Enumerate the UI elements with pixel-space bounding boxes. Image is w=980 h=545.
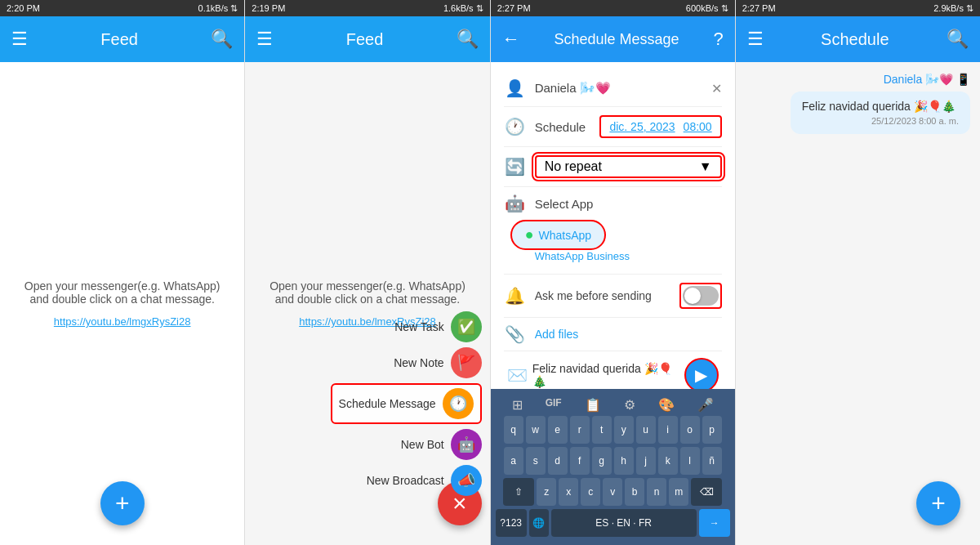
float-menu: New Task ✅ New Note 🚩 Schedule Message 🕐… bbox=[331, 311, 482, 496]
key-a[interactable]: a bbox=[504, 447, 523, 475]
key-e[interactable]: e bbox=[548, 416, 568, 444]
mic-icon[interactable]: 🎤 bbox=[697, 397, 714, 413]
schedule-message-icon[interactable]: 🕐 bbox=[443, 388, 474, 419]
status-bar-3: 2:27 PM 600kB/s ⇅ bbox=[491, 0, 735, 16]
key-u[interactable]: u bbox=[636, 416, 656, 444]
back-icon[interactable]: ← bbox=[502, 29, 520, 50]
menu-item-new-note[interactable]: New Note 🚩 bbox=[394, 347, 481, 378]
new-task-icon[interactable]: ✅ bbox=[451, 311, 482, 342]
whatsapp-circle-icon: ● bbox=[525, 226, 534, 243]
new-broadcast-label: New Broadcast bbox=[367, 474, 444, 487]
scheduled-contact-name-row: Daniela 🌬️💗 📱 bbox=[746, 72, 970, 87]
clock-icon: 🕐 bbox=[504, 117, 527, 136]
menu-item-new-broadcast[interactable]: New Broadcast 📣 bbox=[367, 465, 482, 496]
add-files-label: Add files bbox=[535, 328, 579, 341]
key-c[interactable]: c bbox=[581, 478, 600, 506]
settings-icon[interactable]: ⚙ bbox=[624, 397, 635, 413]
palette-icon[interactable]: 🎨 bbox=[658, 397, 675, 413]
schedule-time[interactable]: 08:00 bbox=[684, 120, 712, 133]
key-f[interactable]: f bbox=[570, 447, 590, 475]
hamburger-icon-4[interactable]: ☰ bbox=[747, 29, 764, 50]
key-n-tilde[interactable]: ñ bbox=[702, 447, 722, 475]
key-d[interactable]: d bbox=[548, 447, 568, 475]
gif-icon[interactable]: GIF bbox=[546, 397, 562, 413]
key-o[interactable]: o bbox=[680, 416, 700, 444]
search-icon-1[interactable]: 🔍 bbox=[211, 29, 233, 50]
panel-schedule-view: 2:27 PM 2.9kB/s ⇅ ☰ Schedule 🔍 Daniela 🌬… bbox=[736, 0, 980, 545]
menu-icon-1[interactable]: ☰ bbox=[11, 29, 28, 50]
schedule-date-box[interactable]: dic. 25, 2023 08:00 bbox=[599, 115, 721, 138]
toggle-knob bbox=[684, 288, 701, 304]
key-space[interactable]: ES · EN · FR bbox=[551, 509, 697, 537]
toggle-box[interactable] bbox=[679, 283, 722, 309]
key-z[interactable]: z bbox=[537, 478, 556, 506]
app-buttons-row: ● WhatsApp bbox=[504, 220, 722, 250]
key-r[interactable]: r bbox=[570, 416, 590, 444]
key-numbers[interactable]: ?123 bbox=[496, 509, 527, 537]
key-g[interactable]: g bbox=[592, 447, 612, 475]
whatsapp-button[interactable]: ● WhatsApp bbox=[510, 220, 606, 250]
fab-4[interactable]: + bbox=[916, 481, 960, 525]
key-i[interactable]: i bbox=[658, 416, 678, 444]
keyboard-row-3: ⇧ z x c v b n m ⌫ bbox=[496, 478, 730, 506]
send-icon: ▶ bbox=[695, 365, 707, 385]
key-y[interactable]: y bbox=[614, 416, 634, 444]
key-j[interactable]: j bbox=[636, 447, 656, 475]
new-broadcast-icon[interactable]: 📣 bbox=[451, 465, 482, 496]
new-note-icon[interactable]: 🚩 bbox=[451, 347, 482, 378]
key-t[interactable]: t bbox=[592, 416, 612, 444]
add-files-row[interactable]: 📎 Add files bbox=[504, 318, 722, 351]
key-w[interactable]: w bbox=[526, 416, 546, 444]
clipboard-icon[interactable]: 📋 bbox=[585, 397, 601, 413]
key-b[interactable]: b bbox=[625, 478, 644, 506]
help-icon[interactable]: ? bbox=[713, 29, 723, 50]
grid-icon[interactable]: ⊞ bbox=[512, 397, 523, 413]
ask-row: 🔔 Ask me before sending bbox=[504, 275, 722, 318]
key-h[interactable]: h bbox=[614, 447, 634, 475]
key-k[interactable]: k bbox=[658, 447, 678, 475]
key-q[interactable]: q bbox=[504, 416, 523, 444]
paperclip-icon: 📎 bbox=[504, 324, 527, 344]
search-icon-4[interactable]: 🔍 bbox=[947, 29, 969, 50]
status-bar-4: 2:27 PM 2.9kB/s ⇅ bbox=[736, 0, 980, 16]
schedule-view-title: Schedule bbox=[764, 30, 947, 49]
menu-item-schedule-message[interactable]: Schedule Message 🕐 bbox=[331, 383, 482, 424]
status-bar-1: 2:20 PM 0.1kB/s ⇅ bbox=[0, 0, 244, 16]
key-l[interactable]: l bbox=[680, 447, 700, 475]
schedule-row: 🕐 Schedule dic. 25, 2023 08:00 bbox=[504, 107, 722, 147]
key-p[interactable]: p bbox=[702, 416, 722, 444]
feed-header-1: ☰ Feed 🔍 bbox=[0, 16, 244, 62]
feed-link-1[interactable]: https://youtu.be/lmgxRysZi28 bbox=[54, 315, 191, 328]
contact-avatar-icon: 👤 bbox=[504, 78, 527, 98]
ask-toggle[interactable] bbox=[683, 286, 719, 306]
time-1: 2:20 PM bbox=[7, 3, 40, 13]
dialog-content: 👤 Daniela 🌬️💗 ✕ 🕐 Schedule dic. 25, 2023… bbox=[491, 62, 735, 389]
data-3: 600kB/s ⇅ bbox=[686, 3, 728, 14]
menu-icon-2[interactable]: ☰ bbox=[256, 29, 273, 50]
close-contact-icon[interactable]: ✕ bbox=[711, 81, 722, 96]
key-v[interactable]: v bbox=[603, 478, 622, 506]
scheduled-message-text: Feliz navidad querida 🎉🎈🎄 bbox=[802, 100, 959, 113]
search-icon-2[interactable]: 🔍 bbox=[457, 29, 479, 50]
menu-item-new-task[interactable]: New Task ✅ bbox=[394, 311, 481, 342]
key-x[interactable]: x bbox=[559, 478, 578, 506]
key-n[interactable]: n bbox=[647, 478, 666, 506]
key-shift[interactable]: ⇧ bbox=[503, 478, 534, 506]
whatsapp-business-label[interactable]: WhatsApp Business bbox=[535, 250, 722, 262]
menu-item-new-bot[interactable]: New Bot 🤖 bbox=[401, 429, 482, 460]
message-input-row: ✉️ Feliz navidad querida 🎉🎈🎄 ▶ bbox=[504, 351, 722, 389]
repeat-box[interactable]: No repeat ▼ bbox=[535, 155, 722, 178]
new-bot-icon[interactable]: 🤖 bbox=[451, 429, 482, 460]
fab-1[interactable]: + bbox=[100, 481, 145, 525]
key-s[interactable]: s bbox=[526, 447, 546, 475]
data-2: 1.6kB/s ⇅ bbox=[443, 3, 483, 14]
message-input[interactable]: Feliz navidad querida 🎉🎈🎄 bbox=[532, 362, 679, 388]
key-m[interactable]: m bbox=[669, 478, 688, 506]
key-enter[interactable]: → bbox=[699, 509, 730, 537]
key-backspace[interactable]: ⌫ bbox=[691, 478, 722, 506]
select-app-label: Select App bbox=[535, 197, 594, 211]
send-button[interactable]: ▶ bbox=[684, 358, 719, 389]
schedule-date[interactable]: dic. 25, 2023 bbox=[609, 120, 675, 133]
key-globe[interactable]: 🌐 bbox=[529, 509, 549, 537]
panel-feed-left: 2:20 PM 0.1kB/s ⇅ ☰ Feed 🔍 Open your mes… bbox=[0, 0, 245, 545]
